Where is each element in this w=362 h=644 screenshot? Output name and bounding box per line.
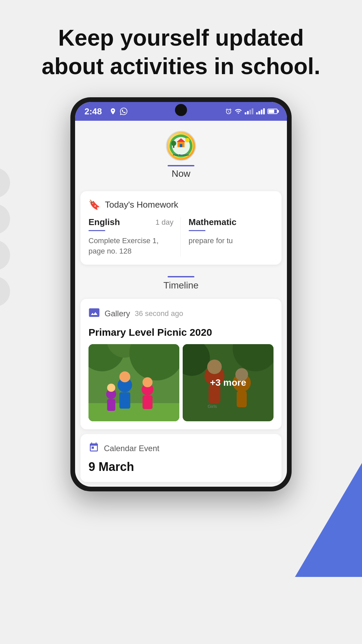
svg-text:Prima Montessori: Prima Montessori [173, 154, 189, 156]
gallery-time: 36 second ago [135, 309, 183, 318]
gallery-title: Primary Level Picnic 2020 [88, 327, 274, 338]
phone-screen: 2:48 [75, 102, 287, 487]
tab-now-label: Now [172, 168, 190, 179]
card-title-row: 🔖 Today's Homework [88, 199, 274, 210]
status-time: 2:48 [84, 106, 102, 117]
battery-icon [267, 109, 278, 114]
homework-icon: 🔖 [88, 199, 100, 210]
whatsapp-icon [120, 108, 127, 115]
gallery-type: Gallery [105, 309, 130, 318]
calendar-event-type: Calendar Event [104, 444, 159, 453]
tab-now-underline [168, 165, 194, 166]
gallery-card[interactable]: Gallery 36 second ago Primary Level Picn… [80, 299, 282, 429]
subject-english-header: English 1 day [88, 217, 174, 227]
homework-card: 🔖 Today's Homework English 1 day Complet… [80, 191, 282, 265]
status-left: 2:48 [84, 106, 127, 117]
headline-line2: about activities in school. [42, 53, 320, 79]
wifi-icon [235, 108, 242, 115]
subject-math-underline [189, 230, 205, 231]
subject-english[interactable]: English 1 day Complete Exercise 1, page … [88, 217, 181, 257]
svg-rect-19 [142, 395, 153, 409]
homework-title: Today's Homework [105, 200, 178, 210]
svg-rect-5 [180, 144, 182, 147]
svg-rect-14 [88, 403, 179, 421]
svg-point-17 [119, 371, 130, 382]
calendar-icon [88, 442, 99, 455]
tab-container: Now [168, 161, 194, 183]
alarm-icon [225, 108, 232, 115]
subject-math-name: Mathematic [189, 217, 237, 227]
app-header: Prima Montessori Now [75, 121, 287, 186]
signal-icon [245, 108, 253, 114]
gallery-icon [88, 307, 100, 321]
calendar-date: 9 March [88, 460, 274, 474]
more-count: +3 more [210, 377, 246, 388]
gallery-images: Girls +3 more [88, 344, 274, 421]
location-icon [109, 108, 117, 115]
timeline-tab-underline [168, 276, 194, 277]
svg-point-23 [107, 383, 115, 391]
school-emblem: Prima Montessori [168, 132, 194, 159]
svg-point-8 [185, 138, 189, 142]
calendar-svg-icon [88, 442, 99, 453]
school-logo: Prima Montessori [166, 131, 196, 161]
phone-frame: 2:48 [70, 97, 292, 491]
cell-signal-icon [256, 108, 265, 114]
battery-fill [268, 110, 274, 113]
status-right-icons [225, 108, 278, 115]
subject-english-due: 1 day [156, 218, 174, 227]
svg-rect-22 [107, 399, 115, 411]
calendar-card[interactable]: Calendar Event 9 March [80, 434, 282, 482]
subject-math-header: Mathematic [189, 217, 274, 227]
camera-notch [175, 104, 187, 116]
gallery-photo-2[interactable]: Girls +3 more [183, 344, 274, 421]
subjects-row: English 1 day Complete Exercise 1, page … [88, 217, 274, 257]
timeline-section-tab[interactable]: Timeline [75, 269, 287, 294]
gallery-svg-icon [88, 307, 100, 318]
headline-line1: Keep yourself updated [58, 25, 304, 50]
gallery-meta: Gallery 36 second ago [88, 307, 274, 321]
svg-point-20 [142, 377, 153, 387]
subject-english-desc: Complete Exercise 1, page no. 128 [88, 236, 159, 255]
school-logo-inner: Prima Montessori [167, 132, 195, 160]
subject-math[interactable]: Mathematic prepare for tu [181, 217, 274, 257]
phone-wrapper: 2:48 [0, 97, 362, 491]
gallery-photo-1[interactable] [88, 344, 179, 421]
more-overlay: +3 more [183, 344, 274, 421]
photo1-svg [88, 344, 179, 421]
subject-english-underline [88, 230, 105, 231]
timeline-tab-label: Timeline [164, 280, 199, 291]
headline: Keep yourself updated about activities i… [0, 0, 362, 97]
card-bottom-padding [88, 421, 274, 429]
svg-point-7 [171, 141, 176, 146]
calendar-meta: Calendar Event [88, 442, 274, 455]
subject-english-name: English [88, 217, 120, 227]
subject-math-desc: prepare for tu [189, 236, 233, 245]
status-bar: 2:48 [75, 102, 287, 121]
svg-rect-16 [119, 392, 130, 409]
tab-now[interactable]: Now [168, 165, 194, 179]
status-left-icons [109, 108, 127, 115]
